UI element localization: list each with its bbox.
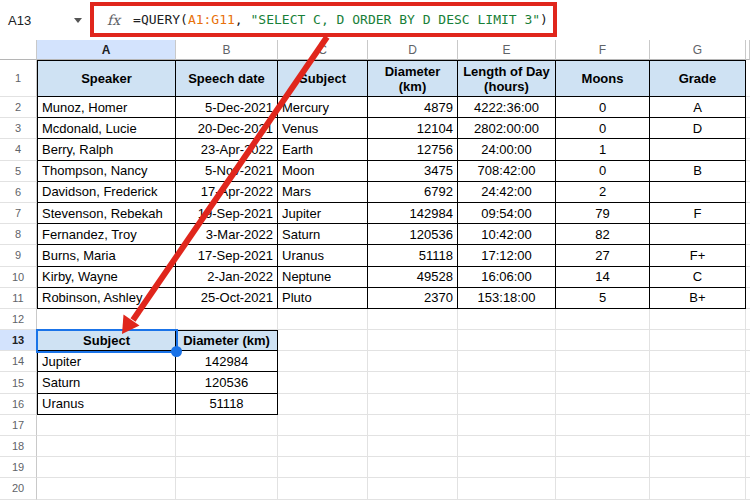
cell-A14[interactable]: Jupiter: [37, 351, 176, 372]
cell-B16[interactable]: 51118: [176, 394, 278, 415]
cell-B2[interactable]: 5-Dec-2021: [176, 97, 278, 118]
cell-C2[interactable]: Mercury: [278, 97, 368, 118]
cell-next-4[interactable]: [746, 139, 750, 160]
row-header-1[interactable]: 1: [0, 60, 37, 97]
cell-B13[interactable]: Diameter (km): [176, 330, 278, 351]
cell-F9[interactable]: 27: [556, 245, 650, 266]
row-header-2[interactable]: 2: [0, 97, 37, 118]
cell-C12[interactable]: [278, 309, 368, 330]
cell-G12[interactable]: [650, 309, 746, 330]
cell-B1[interactable]: Speech date: [176, 60, 278, 97]
cell-D1[interactable]: Diameter (km): [368, 60, 458, 97]
cell-G7[interactable]: F: [650, 203, 746, 224]
cell-next-2[interactable]: [746, 97, 750, 118]
cell-C5[interactable]: Moon: [278, 161, 368, 182]
column-header-A[interactable]: A: [37, 40, 176, 60]
row-header-11[interactable]: 11: [0, 288, 37, 309]
cell-A17[interactable]: [37, 415, 176, 436]
cell-C4[interactable]: Earth: [278, 139, 368, 160]
cell-D16[interactable]: [368, 394, 458, 415]
cell-F7[interactable]: 79: [556, 203, 650, 224]
cell-next-19[interactable]: [746, 457, 750, 478]
cell-D12[interactable]: [368, 309, 458, 330]
cell-F18[interactable]: [556, 436, 650, 457]
cell-E10[interactable]: 16:06:00: [458, 267, 556, 288]
cell-A2[interactable]: Munoz, Homer: [37, 97, 176, 118]
row-header-13[interactable]: 13: [0, 330, 37, 351]
cell-B3[interactable]: 20-Dec-2021: [176, 118, 278, 139]
cell-B10[interactable]: 2-Jan-2022: [176, 267, 278, 288]
row-header-8[interactable]: 8: [0, 224, 37, 245]
row-header-15[interactable]: 15: [0, 372, 37, 393]
cell-F11[interactable]: 5: [556, 288, 650, 309]
cell-C10[interactable]: Neptune: [278, 267, 368, 288]
column-header-C[interactable]: C: [278, 40, 368, 60]
cell-F3[interactable]: 0: [556, 118, 650, 139]
row-header-3[interactable]: 3: [0, 118, 37, 139]
cell-E2[interactable]: 4222:36:00: [458, 97, 556, 118]
cell-G14[interactable]: [650, 351, 746, 372]
cell-E7[interactable]: 09:54:00: [458, 203, 556, 224]
cell-D6[interactable]: 6792: [368, 182, 458, 203]
cell-next-3[interactable]: [746, 118, 750, 139]
cell-E16[interactable]: [458, 394, 556, 415]
row-header-18[interactable]: 18: [0, 436, 37, 457]
cell-F17[interactable]: [556, 415, 650, 436]
row-header-5[interactable]: 5: [0, 161, 37, 182]
cell-B17[interactable]: [176, 415, 278, 436]
cell-F2[interactable]: 0: [556, 97, 650, 118]
cell-next-16[interactable]: [746, 394, 750, 415]
cell-next-10[interactable]: [746, 267, 750, 288]
cell-F5[interactable]: 0: [556, 161, 650, 182]
cell-D17[interactable]: [368, 415, 458, 436]
cell-D9[interactable]: 51118: [368, 245, 458, 266]
cell-D10[interactable]: 49528: [368, 267, 458, 288]
cell-next-14[interactable]: [746, 351, 750, 372]
cell-next-6[interactable]: [746, 182, 750, 203]
cell-F20[interactable]: [556, 478, 650, 499]
cell-E12[interactable]: [458, 309, 556, 330]
cell-G9[interactable]: F+: [650, 245, 746, 266]
column-header-D[interactable]: D: [368, 40, 458, 60]
cell-C20[interactable]: [278, 478, 368, 499]
cell-G16[interactable]: [650, 394, 746, 415]
cell-D13[interactable]: [368, 330, 458, 351]
cell-G13[interactable]: [650, 330, 746, 351]
name-box-dropdown-icon[interactable]: [74, 18, 82, 23]
cell-next-9[interactable]: [746, 245, 750, 266]
cell-C8[interactable]: Saturn: [278, 224, 368, 245]
cell-C7[interactable]: Jupiter: [278, 203, 368, 224]
cell-G10[interactable]: C: [650, 267, 746, 288]
cell-B19[interactable]: [176, 457, 278, 478]
cell-B11[interactable]: 25-Oct-2021: [176, 288, 278, 309]
cell-B8[interactable]: 3-Mar-2022: [176, 224, 278, 245]
cell-C13[interactable]: [278, 330, 368, 351]
cell-next-17[interactable]: [746, 415, 750, 436]
cell-F10[interactable]: 14: [556, 267, 650, 288]
cell-G4[interactable]: [650, 139, 746, 160]
cell-F4[interactable]: 1: [556, 139, 650, 160]
cell-C14[interactable]: [278, 351, 368, 372]
cell-next-18[interactable]: [746, 436, 750, 457]
cell-E19[interactable]: [458, 457, 556, 478]
cell-F1[interactable]: Moons: [556, 60, 650, 97]
cell-A1[interactable]: Speaker: [37, 60, 176, 97]
cell-D5[interactable]: 3475: [368, 161, 458, 182]
cell-C3[interactable]: Venus: [278, 118, 368, 139]
cell-F19[interactable]: [556, 457, 650, 478]
cell-D7[interactable]: 142984: [368, 203, 458, 224]
cell-G19[interactable]: [650, 457, 746, 478]
cell-C6[interactable]: Mars: [278, 182, 368, 203]
cell-A20[interactable]: [37, 478, 176, 499]
cell-G2[interactable]: A: [650, 97, 746, 118]
cell-C19[interactable]: [278, 457, 368, 478]
cell-G1[interactable]: Grade: [650, 60, 746, 97]
cell-E18[interactable]: [458, 436, 556, 457]
cell-E11[interactable]: 153:18:00: [458, 288, 556, 309]
cell-E14[interactable]: [458, 351, 556, 372]
cell-F14[interactable]: [556, 351, 650, 372]
column-header-next[interactable]: [746, 40, 750, 60]
cell-G5[interactable]: B: [650, 161, 746, 182]
row-header-4[interactable]: 4: [0, 139, 37, 160]
cell-D2[interactable]: 4879: [368, 97, 458, 118]
